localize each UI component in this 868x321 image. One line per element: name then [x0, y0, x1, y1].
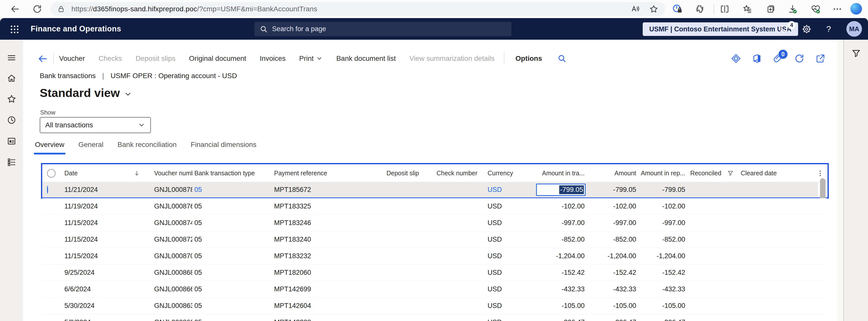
search-icon [259, 25, 268, 33]
favorites-list-icon[interactable] [742, 3, 753, 14]
amount-edit-field[interactable]: -799.05 [536, 184, 586, 196]
collections-icon[interactable] [765, 3, 776, 14]
action-print[interactable]: Print [299, 55, 323, 63]
cell-bank-transaction-type: 05 [192, 269, 272, 277]
cell-amount: -206.47 [587, 319, 638, 321]
browser-essentials-icon[interactable] [810, 3, 821, 14]
read-aloud-icon[interactable] [630, 4, 640, 14]
nav-favorites-star-icon[interactable] [6, 94, 17, 104]
column-header-date[interactable]: Date [62, 170, 152, 177]
table-row[interactable]: 5/30/2024 GNJL000863 05 MPT142604 USD -1… [42, 298, 827, 314]
table-row[interactable]: 11/19/2024 GNJL000876 05 MPT183325 USD -… [42, 198, 827, 215]
column-header-amount[interactable]: Amount [587, 170, 638, 177]
action-options[interactable]: Options [516, 55, 542, 63]
action-original-document[interactable]: Original document [189, 55, 246, 63]
view-title-label: Standard view [40, 86, 120, 100]
column-header-amount-in-reporting[interactable]: Amount in rep... [638, 170, 687, 177]
tab-bank-reconciliation[interactable]: Bank reconciliation [117, 141, 178, 154]
nav-workspaces-icon[interactable] [6, 136, 17, 146]
extensions-puzzle-icon[interactable] [694, 3, 706, 14]
column-header-bank-transaction-type[interactable]: Bank transaction type [192, 170, 272, 177]
nav-expand-hamburger-icon[interactable] [6, 53, 17, 63]
column-header-cleared-date[interactable]: Cleared date [739, 170, 794, 177]
cell-currency: USD [486, 269, 535, 277]
url-text[interactable]: https://d365finops-sand.hifxpreprod.poc/… [71, 5, 317, 13]
refresh-icon[interactable] [794, 53, 805, 64]
open-in-new-window-icon[interactable] [815, 53, 826, 64]
cell-voucher: GNJL000870 [152, 252, 192, 260]
cell-amount-in-reporting: -206.47 [638, 319, 687, 321]
table-row[interactable]: 11/15/2024 GNJL000870 05 MPT183232 USD -… [42, 248, 827, 264]
filter-pane-funnel-icon[interactable] [851, 48, 862, 59]
site-lock-icon[interactable] [57, 5, 65, 13]
column-filter-icon[interactable] [727, 170, 734, 177]
nav-modules-icon[interactable] [6, 157, 17, 167]
cell-amount: -152.42 [587, 269, 638, 277]
waffle-menu-icon[interactable] [9, 24, 20, 35]
column-header-currency[interactable]: Currency [486, 170, 535, 177]
page-title[interactable]: Standard view [40, 86, 132, 100]
action-bar-divider [504, 53, 504, 64]
browser-toolbar: https://d365finops-sand.hifxpreprod.poc/… [0, 0, 868, 18]
select-all-radio[interactable] [42, 169, 62, 178]
table-row[interactable]: 11/15/2024 GNJL000874 05 MPT183246 USD -… [42, 215, 827, 231]
grid-scrollbar-thumb[interactable] [820, 178, 826, 201]
table-row[interactable]: 6/6/2024 GNJL000866 05 MPT142699 USD -43… [42, 281, 827, 298]
action-search-icon[interactable] [557, 54, 567, 63]
column-header-amount-in-transaction[interactable]: Amount in tra... [535, 170, 587, 177]
browser-settings-more-icon[interactable] [832, 3, 843, 14]
address-bar[interactable]: https://d365finops-sand.hifxpreprod.poc/… [50, 2, 665, 16]
cell-date: 11/15/2024 [62, 219, 152, 227]
company-picker-badge[interactable]: USMF | Contoso Entertainment System USA [643, 22, 798, 36]
favorite-star-icon[interactable] [649, 4, 658, 14]
action-voucher[interactable]: Voucher [59, 55, 85, 63]
cell-bank-transaction-type-link[interactable]: 05 [192, 186, 272, 194]
cell-amount-in-transaction[interactable]: -799.05 [535, 184, 587, 196]
avatar-initials: MA [849, 25, 859, 33]
tab-general[interactable]: General [78, 141, 104, 154]
column-header-voucher[interactable]: Voucher number [152, 170, 192, 177]
cell-amount-in-transaction: -102.00 [535, 203, 587, 210]
tab-financial-dimensions[interactable]: Financial dimensions [190, 141, 257, 154]
cell-date: 11/21/2024 [62, 186, 152, 194]
copilot-icon[interactable] [850, 3, 862, 14]
page-back-icon[interactable] [37, 53, 48, 64]
cell-amount: -799.05 [587, 186, 638, 194]
browser-refresh-icon[interactable] [32, 3, 43, 14]
column-header-payment-reference[interactable]: Payment reference [272, 170, 384, 177]
grid-scrollbar-track[interactable] [818, 182, 828, 197]
power-platform-icon[interactable] [731, 53, 741, 64]
table-row[interactable]: 11/15/2024 GNJL000872 05 MPT183240 USD -… [42, 231, 827, 248]
action-bank-document-list[interactable]: Bank document list [336, 55, 396, 63]
downloads-icon[interactable] [787, 3, 798, 14]
tracking-prevention-icon[interactable] [672, 3, 683, 14]
table-row-selected[interactable]: 11/21/2024 GNJL000878 05 MPT185672 USD -… [42, 182, 828, 197]
row-radio[interactable] [42, 186, 62, 194]
attachments-paperclip-icon[interactable]: 0 [773, 53, 783, 64]
cell-date: 11/19/2024 [62, 203, 152, 210]
table-row[interactable]: 5/9/2024 GNJL000860 05 MPT142238 USD -20… [42, 314, 827, 321]
office-icon[interactable] [752, 53, 763, 64]
help-icon[interactable]: ? [826, 18, 831, 40]
nav-home-icon[interactable] [6, 73, 17, 83]
breadcrumb-parent[interactable]: Bank transactions [40, 72, 96, 80]
browser-back-icon[interactable] [9, 3, 21, 14]
cell-currency-link[interactable]: USD [486, 186, 535, 194]
page-search-input[interactable]: Search for a page [254, 22, 512, 36]
tab-overview[interactable]: Overview [34, 141, 65, 154]
nav-recent-clock-icon[interactable] [6, 115, 17, 125]
table-row[interactable]: 9/25/2024 GNJL000868 05 MPT182060 USD -1… [42, 264, 827, 281]
breadcrumb: Bank transactions | USMF OPER : Operatin… [40, 72, 237, 80]
avatar[interactable]: MA [846, 21, 862, 37]
cell-voucher: GNJL000866 [152, 285, 192, 293]
action-invoices[interactable]: Invoices [260, 55, 286, 63]
breadcrumb-current: USMF OPER : Operating account - USD [111, 72, 237, 80]
split-screen-icon[interactable] [719, 3, 730, 14]
show-transactions-select[interactable]: All transactions [40, 117, 151, 133]
column-header-reconciled[interactable]: Reconciled [687, 170, 739, 177]
settings-gear-icon[interactable] [801, 24, 812, 35]
column-header-check-number[interactable]: Check number [434, 170, 486, 177]
column-header-deposit-slip[interactable]: Deposit slip [384, 170, 434, 177]
grid-more-options-icon[interactable] [814, 170, 828, 177]
cell-amount-in-reporting: -105.00 [638, 302, 687, 310]
